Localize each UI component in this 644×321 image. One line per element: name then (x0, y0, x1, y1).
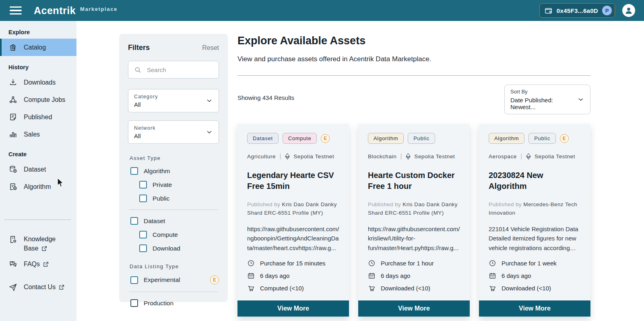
sidebar-item-compute-jobs[interactable]: Compute Jobs (0, 91, 76, 108)
experimental-badge-icon: E (560, 134, 569, 143)
algorithm-checkbox[interactable] (130, 167, 138, 175)
page-title: Explore Available Assets (237, 35, 590, 47)
wallet-icon (545, 7, 553, 14)
asset-card[interactable]: AlgorithmPublic E Aerospace | Sepolia Te… (479, 124, 590, 317)
chevron-down-icon (206, 97, 213, 104)
sidebar-item-knowledge-base[interactable]: Knowledge Base (0, 234, 76, 253)
search-input[interactable] (146, 66, 213, 74)
filter-option-dataset: Dataset (128, 217, 219, 225)
asset-type-badge: Algorithm (368, 133, 404, 144)
divider: | (279, 152, 281, 160)
experimental-badge-icon: E (321, 134, 330, 143)
asset-title: 20230824 New Algorithm (489, 170, 581, 199)
usage-count: Downloaded (<10) (502, 285, 551, 292)
account-avatar[interactable] (622, 4, 635, 17)
sidebar-item-downloads[interactable]: Downloads (0, 74, 76, 91)
sidebar-item-published[interactable]: Published (0, 108, 76, 126)
category-line: Aerospace | Sepolia Testnet (489, 152, 581, 160)
filter-option-compute: Compute (128, 231, 219, 238)
view-more-button[interactable]: View More (479, 300, 590, 317)
sidebar-item-label: Published (24, 114, 52, 121)
published-age: 6 days ago (260, 272, 289, 279)
category-line: Blockchain | Sepolia Testnet (368, 152, 460, 160)
cart-icon (247, 284, 255, 292)
send-icon (8, 283, 18, 292)
section-title-explore: Explore (0, 29, 76, 35)
sidebar-divider (4, 220, 71, 220)
sidebar-item-faqs[interactable]: FAQs (0, 259, 76, 276)
network-dropdown[interactable]: Network All (128, 120, 219, 144)
ethereum-icon (285, 153, 290, 160)
filter-option-public: Public (128, 195, 219, 202)
category-dropdown[interactable]: Category All (128, 89, 219, 112)
public-checkbox[interactable] (139, 195, 147, 202)
asset-meta: Purchase for 1 hour 6 days ago (368, 259, 460, 292)
sidebar-item-label: Knowledge Base (24, 236, 56, 252)
brand-logo[interactable]: Acentrik (34, 5, 76, 17)
external-link-icon (41, 245, 47, 252)
asset-card[interactable]: AlgorithmPublic Blockchain | Sepolia Tes… (358, 124, 470, 317)
network-label: Sepolia Testnet (535, 153, 575, 159)
section-title-history: History (0, 64, 76, 70)
clock-icon (368, 259, 376, 267)
person-icon (624, 6, 633, 15)
sidebar-item-contact-us[interactable]: Contact Us (0, 282, 76, 299)
view-more-button[interactable]: View More (237, 300, 349, 317)
experimental-badge-icon: E (210, 275, 219, 284)
usage-count: Computed (<10) (260, 285, 304, 292)
publisher-line: Published by Kris Dao Dank Danky Shard E… (247, 201, 339, 219)
sidebar-item-create-dataset[interactable]: Dataset (0, 161, 76, 178)
network-label: Sepolia Testnet (414, 153, 455, 159)
dropdown-value: All (134, 133, 156, 139)
category-label: Blockchain (368, 153, 396, 159)
dataset-checkbox[interactable] (130, 217, 138, 225)
sidebar-item-label: FAQs (24, 261, 40, 267)
network-label: Sepolia Testnet (293, 153, 334, 159)
dataset-create-icon (8, 165, 18, 174)
sidebar-item-label: Catalog (24, 44, 46, 51)
results-count: Showing 434 Results (237, 94, 294, 101)
filter-option-algorithm: Algorithm (128, 167, 219, 175)
asset-type-badge: Compute (283, 133, 317, 144)
compute-checkbox[interactable] (139, 231, 147, 238)
reset-filters-button[interactable]: Reset (202, 44, 219, 52)
clock-icon (247, 259, 255, 267)
wallet-button[interactable]: 0x45F3...6a0D P (539, 3, 615, 18)
ethereum-icon (526, 153, 531, 160)
sort-label: Sort By (510, 89, 577, 95)
asset-description: 221014 Vehicle Registration Data Detaile… (489, 224, 581, 253)
category-line: Agriculture | Sepolia Testnet (247, 152, 339, 160)
menu-icon[interactable] (10, 6, 22, 15)
sidebar-item-catalog[interactable]: Catalog (0, 39, 76, 56)
asset-card[interactable]: DatasetCompute E Agriculture | Sepolia T… (237, 124, 349, 317)
view-more-button[interactable]: View More (358, 300, 470, 317)
download-checkbox[interactable] (139, 244, 147, 252)
asset-description: https://raw.githubusercontent.com/krisli… (368, 224, 460, 253)
divider: | (520, 152, 522, 160)
app-header: Acentrik Marketplace 0x45F3...6a0D P (0, 0, 644, 21)
divider: | (400, 152, 402, 160)
private-checkbox[interactable] (139, 181, 147, 188)
category-label: Agriculture (247, 153, 276, 159)
publisher-line: Published by Mercedes-Benz Tech Innovati… (489, 201, 581, 219)
asset-meta: Purchase for 1 week 6 days ago (489, 259, 581, 292)
download-icon (8, 78, 18, 87)
purchase-duration: Purchase for 15 minutes (260, 260, 326, 267)
sort-dropdown[interactable]: Sort By Date Published: Newest... (504, 85, 590, 114)
catalog-icon (8, 43, 18, 52)
experimental-checkbox[interactable] (130, 276, 138, 284)
dropdown-value: All (134, 101, 158, 108)
category-label: Aerospace (489, 153, 517, 159)
sidebar-item-label: Algorithm (24, 183, 51, 191)
sidebar-item-sales[interactable]: Sales (0, 126, 76, 143)
published-age: 6 days ago (502, 272, 531, 279)
sidebar-item-label: Contact Us (24, 284, 56, 290)
compute-jobs-icon (8, 95, 18, 104)
production-checkbox[interactable] (130, 299, 138, 307)
search-box (128, 61, 219, 79)
asset-card-grid: DatasetCompute E Agriculture | Sepolia T… (237, 124, 590, 317)
sidebar-item-label: Compute Jobs (24, 96, 65, 104)
sidebar: Explore Catalog History Downloads (0, 21, 76, 321)
sidebar-item-create-algorithm[interactable]: Algorithm (0, 178, 76, 195)
sidebar-item-label: Downloads (24, 79, 56, 86)
